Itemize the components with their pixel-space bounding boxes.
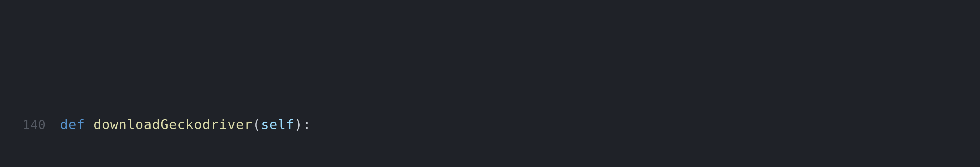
paren-open: ( xyxy=(253,117,261,132)
code-line: 140 def downloadGeckodriver(self): xyxy=(8,112,972,137)
paren-close: ) xyxy=(294,117,303,132)
code-editor: 140 def downloadGeckodriver(self): 141 g… xyxy=(0,0,980,167)
space xyxy=(85,117,94,132)
function-name: downloadGeckodriver xyxy=(94,117,252,132)
keyword-def: def xyxy=(60,117,85,132)
code-content: def downloadGeckodriver(self): xyxy=(60,112,311,137)
colon: : xyxy=(303,117,311,132)
self-param: self xyxy=(261,117,294,132)
line-number: 140 xyxy=(8,113,60,136)
